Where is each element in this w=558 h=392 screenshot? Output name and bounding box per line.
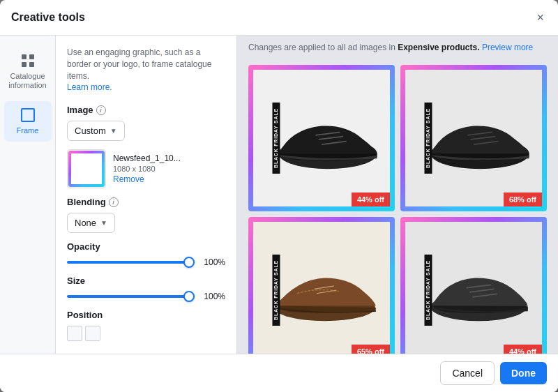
frame-icon <box>20 107 36 123</box>
blending-chevron-icon: ▼ <box>100 219 107 227</box>
opacity-slider[interactable] <box>67 261 195 264</box>
image-section-label: Image i <box>67 105 225 115</box>
preview-header: Changes are applied to all ad images in … <box>237 36 558 59</box>
chevron-down-icon: ▼ <box>110 127 117 135</box>
learn-more-link[interactable]: Learn more. <box>67 82 112 92</box>
pos-top-left[interactable] <box>67 326 82 341</box>
preview-card-1: BLACK FRIDAY SALE <box>248 65 395 211</box>
modal-title: Creative tools <box>11 11 85 24</box>
image-thumbnail <box>67 149 106 188</box>
preview-card-2: BLACK FRIDAY SALE <box>400 65 547 211</box>
size-section: Size 100% <box>67 276 225 301</box>
pos-top-center[interactable] <box>85 326 100 341</box>
done-button[interactable]: Done <box>500 362 547 384</box>
product-name: Expensive products. <box>398 43 479 52</box>
opacity-section: Opacity 100% <box>67 241 225 267</box>
opacity-value: 100% <box>200 257 225 267</box>
panel-description: Use an engaging graphic, such as a borde… <box>67 47 225 93</box>
image-dropdown[interactable]: Custom ▼ <box>67 121 125 141</box>
blending-info-icon[interactable]: i <box>109 197 119 207</box>
preview-grid: BLACK FRIDAY SALE <box>237 59 558 354</box>
size-slider-row: 100% <box>67 292 225 301</box>
sidebar-item-frame[interactable]: Frame <box>4 101 52 141</box>
position-grid <box>67 326 225 341</box>
image-info: Newsfeed_1_10... 1080 x 1080 Remove <box>113 153 181 184</box>
close-button[interactable]: × <box>534 8 547 27</box>
modal-header: Creative tools × <box>0 0 558 36</box>
position-section: Position <box>67 310 225 341</box>
image-preview-row: Newsfeed_1_10... 1080 x 1080 Remove <box>67 149 225 188</box>
image-section: Image i Custom ▼ Newsfeed_1_10... 108 <box>67 105 225 188</box>
grid-icon <box>20 52 36 69</box>
sale-label-2: BLACK FRIDAY SALE <box>424 103 432 174</box>
remove-image-button[interactable]: Remove <box>113 174 181 184</box>
discount-badge-4: 44% off <box>504 345 542 354</box>
right-panel: Changes are applied to all ad images in … <box>237 36 558 354</box>
opacity-label: Opacity <box>67 241 225 252</box>
svg-rect-0 <box>22 54 27 59</box>
shoe-image-3: BLACK FRIDAY SALE <box>248 217 395 354</box>
sale-label-1: BLACK FRIDAY SALE <box>272 103 280 174</box>
size-label: Size <box>67 276 225 286</box>
modal-body: Catalogueinformation Frame Use an engagi… <box>0 36 558 354</box>
discount-badge-3: 65% off <box>352 345 390 354</box>
opacity-slider-row: 100% <box>67 257 225 267</box>
modal-footer: Cancel Done <box>0 354 558 392</box>
left-panel: Use an engaging graphic, such as a borde… <box>56 36 237 354</box>
image-dimensions: 1080 x 1080 <box>113 165 181 173</box>
position-label: Position <box>67 310 225 320</box>
blending-label: Blending i <box>67 197 225 207</box>
blending-section: Blending i None ▼ <box>67 197 225 233</box>
discount-badge-1: 44% off <box>352 193 390 206</box>
image-name: Newsfeed_1_10... <box>113 153 181 163</box>
sidebar-catalogue-label: Catalogueinformation <box>8 72 46 90</box>
sidebar-frame-label: Frame <box>17 126 39 135</box>
cancel-button[interactable]: Cancel <box>440 361 495 385</box>
sale-label-4: BLACK FRIDAY SALE <box>424 255 432 326</box>
shoe-image-1: BLACK FRIDAY SALE <box>248 65 395 211</box>
image-info-icon[interactable]: i <box>96 105 106 115</box>
svg-rect-2 <box>22 62 27 67</box>
sidebar-item-catalogue[interactable]: Catalogueinformation <box>4 47 52 96</box>
preview-card-4: BLACK FRIDAY SALE <box>400 217 547 354</box>
shoe-image-2: BLACK FRIDAY SALE <box>400 65 547 211</box>
blending-dropdown[interactable]: None ▼ <box>67 213 115 233</box>
preview-more-link[interactable]: Preview more <box>482 43 533 52</box>
size-value: 100% <box>200 292 225 301</box>
sidebar-nav: Catalogueinformation Frame <box>0 36 56 354</box>
sale-label-3: BLACK FRIDAY SALE <box>272 255 280 326</box>
size-slider[interactable] <box>67 295 195 298</box>
creative-tools-modal: Creative tools × Catalogueinformation <box>0 0 558 392</box>
discount-badge-2: 68% off <box>504 193 542 206</box>
shoe-image-4: BLACK FRIDAY SALE <box>400 217 547 354</box>
svg-rect-3 <box>29 62 34 67</box>
svg-rect-1 <box>29 54 34 59</box>
preview-card-3: BLACK FRIDAY SALE <box>248 217 395 354</box>
